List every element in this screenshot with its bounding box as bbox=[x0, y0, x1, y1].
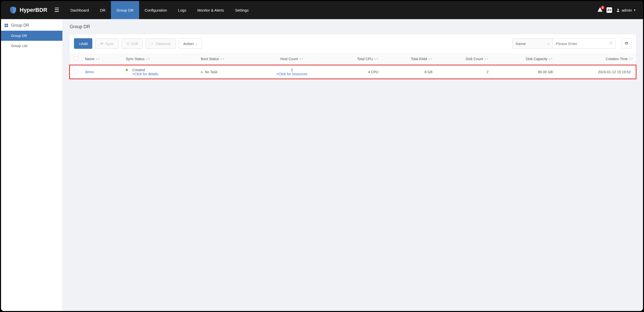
nav-dashboard[interactable]: Dashboard bbox=[65, 1, 94, 19]
nav-items: Dashboard DR Group DR Configuration Logs… bbox=[65, 1, 254, 19]
user-menu[interactable]: admin ▼ bbox=[616, 8, 636, 12]
refresh-button[interactable] bbox=[621, 38, 632, 49]
disk-count-value: 2 bbox=[435, 65, 492, 79]
drill-button[interactable]: Drill bbox=[122, 38, 143, 49]
sort-icon: ▲▼ bbox=[299, 58, 303, 60]
sync-label: Sync bbox=[105, 42, 113, 46]
chevron-down-icon: ⌄ bbox=[547, 42, 549, 45]
creation-time-value: 2024-01-12 15:19:52 bbox=[556, 65, 636, 79]
filter-field-select[interactable]: Name ⌄ bbox=[512, 38, 553, 49]
sort-icon: ▲▼ bbox=[428, 58, 432, 60]
top-nav: HyperBDR ☰ Dashboard DR Group DR Configu… bbox=[1, 1, 643, 19]
col-boot-status[interactable]: Boot Status▲▼ bbox=[198, 53, 256, 65]
status-dot-icon bbox=[126, 69, 128, 71]
swap-icon bbox=[150, 42, 154, 45]
sidebar-heading: Group DR bbox=[1, 19, 62, 31]
sync-status-text: Created bbox=[132, 68, 158, 72]
cloud-icon bbox=[100, 42, 104, 45]
page-title: Group DR bbox=[69, 19, 636, 34]
svg-point-1 bbox=[12, 7, 13, 7]
group-table: Name▲▼ Sync Status▲▼ Boot Status▲▼ Host … bbox=[69, 53, 636, 79]
nav-monitor-alerts[interactable]: Monitor & Alerts bbox=[192, 1, 229, 19]
action-dropdown[interactable]: Action ⌄ bbox=[179, 38, 202, 49]
user-icon bbox=[616, 8, 620, 12]
nav-logs[interactable]: Logs bbox=[173, 1, 192, 19]
search-icon bbox=[609, 41, 613, 46]
refresh-icon bbox=[624, 42, 628, 46]
svg-rect-6 bbox=[7, 26, 8, 27]
sort-icon: ▲▼ bbox=[220, 58, 224, 60]
boot-status-text: No Task bbox=[205, 70, 217, 74]
brand: HyperBDR bbox=[1, 6, 47, 14]
sidebar: Group DR Group DR Group List bbox=[1, 19, 63, 311]
brand-name: HyperBDR bbox=[20, 7, 47, 13]
target-icon bbox=[126, 42, 130, 45]
svg-point-9 bbox=[610, 42, 612, 44]
sort-icon: ▲▼ bbox=[95, 58, 100, 60]
takeover-button[interactable]: Takeover bbox=[146, 38, 176, 49]
search-group: Name ⌄ bbox=[512, 38, 616, 49]
sidebar-item-group-dr[interactable]: Group DR bbox=[1, 31, 62, 41]
sort-icon: ▲▼ bbox=[629, 58, 633, 60]
status-dot-icon bbox=[201, 71, 203, 73]
panel: +Add Sync Drill Takeover Action bbox=[69, 34, 636, 79]
nav-group-dr[interactable]: Group DR bbox=[111, 1, 139, 19]
sidebar-item-group-list[interactable]: Group List bbox=[1, 41, 62, 51]
col-creation-time[interactable]: Creation Time▲▼ bbox=[556, 53, 636, 65]
nav-dr[interactable]: DR bbox=[94, 1, 111, 19]
svg-rect-3 bbox=[5, 24, 6, 25]
row-checkbox[interactable] bbox=[74, 70, 78, 74]
total-cpu-value: 4 CPU bbox=[328, 65, 381, 79]
filter-field-value: Name bbox=[516, 42, 526, 46]
sync-status-cell: Created >Click for details bbox=[126, 68, 195, 76]
disk-capacity-value: 80.00 GB bbox=[492, 65, 556, 79]
grid-icon bbox=[4, 23, 9, 28]
alert-badge: 0 bbox=[601, 6, 605, 10]
search-input[interactable] bbox=[553, 38, 616, 49]
select-all-checkbox[interactable] bbox=[74, 56, 78, 60]
sync-details-link[interactable]: >Click for details bbox=[132, 72, 158, 76]
svg-rect-5 bbox=[5, 26, 6, 27]
add-button[interactable]: +Add bbox=[74, 38, 92, 49]
content: Group DR +Add Sync Drill Takeover bbox=[63, 19, 643, 311]
nav-right: 0 A字 admin ▼ bbox=[597, 7, 643, 13]
user-name: admin bbox=[622, 8, 632, 12]
sync-button[interactable]: Sync bbox=[95, 38, 118, 49]
svg-point-0 bbox=[11, 7, 12, 8]
col-total-ram[interactable]: Total RAM▲▼ bbox=[381, 53, 435, 65]
total-ram-value: 8 GB bbox=[381, 65, 435, 79]
sort-icon: ▲▼ bbox=[374, 58, 379, 60]
row-name-link[interactable]: demo bbox=[85, 70, 94, 74]
chevron-down-icon: ▼ bbox=[633, 9, 636, 12]
col-name[interactable]: Name▲▼ bbox=[82, 53, 123, 65]
toolbar: +Add Sync Drill Takeover Action bbox=[69, 34, 636, 53]
svg-point-2 bbox=[618, 9, 619, 10]
sort-icon: ▲▼ bbox=[548, 58, 553, 60]
sort-icon: ▲▼ bbox=[146, 58, 150, 60]
col-disk-count[interactable]: Disk Count▲▼ bbox=[435, 53, 492, 65]
col-sync-status[interactable]: Sync Status▲▼ bbox=[123, 53, 198, 65]
sidebar-heading-label: Group DR bbox=[11, 23, 29, 28]
sort-icon: ▲▼ bbox=[484, 58, 489, 60]
hamburger-icon[interactable]: ☰ bbox=[54, 7, 59, 13]
chevron-down-icon: ⌄ bbox=[195, 42, 197, 45]
col-total-cpu[interactable]: Total CPU▲▼ bbox=[328, 53, 381, 65]
nav-configuration[interactable]: Configuration bbox=[139, 1, 173, 19]
drill-label: Drill bbox=[131, 42, 138, 46]
host-count-value: 2 bbox=[259, 68, 325, 72]
host-resources-link[interactable]: >Click for resources bbox=[276, 72, 307, 76]
action-label: Action bbox=[183, 42, 194, 46]
alerts-button[interactable]: 0 bbox=[597, 7, 602, 13]
col-host-count[interactable]: Host Count▲▼ bbox=[256, 53, 328, 65]
language-toggle[interactable]: A字 bbox=[607, 7, 612, 13]
svg-point-8 bbox=[128, 43, 129, 44]
nav-settings[interactable]: Settings bbox=[229, 1, 254, 19]
svg-rect-4 bbox=[7, 24, 8, 25]
takeover-label: Takeover bbox=[155, 42, 171, 46]
brand-logo-icon bbox=[9, 6, 17, 14]
table-row[interactable]: demo Created >Click for details bbox=[69, 65, 636, 79]
col-disk-capacity[interactable]: Disk Capacity▲▼ bbox=[492, 53, 556, 65]
svg-line-10 bbox=[612, 44, 612, 45]
